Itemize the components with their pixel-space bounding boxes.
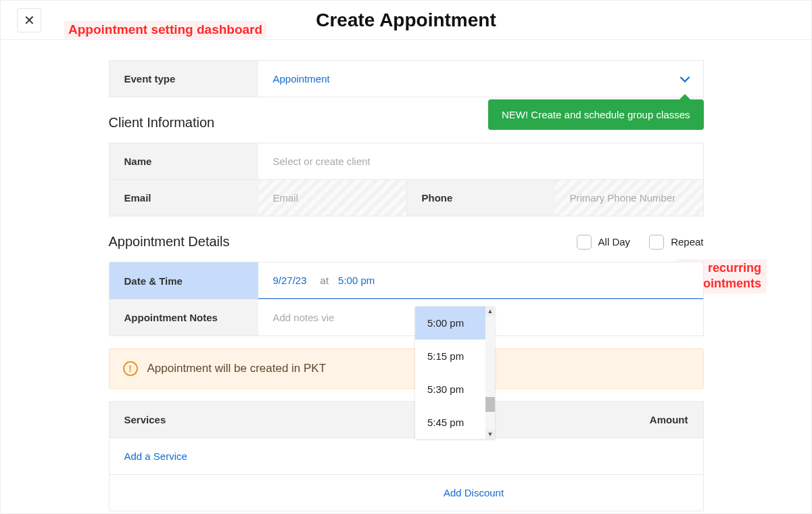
client-contact-row: Email Email Phone Primary Phone Number	[109, 180, 704, 216]
client-email-input[interactable]: Email	[258, 180, 406, 216]
appt-options: All Day Repeat	[577, 235, 704, 250]
client-email-placeholder: Email	[273, 192, 299, 204]
time-option[interactable]: 5:30 pm	[415, 373, 495, 406]
notes-row: Appointment Notes Add notes vie ly (opti…	[109, 300, 704, 336]
services-col-label: Services	[110, 402, 407, 438]
services-header-row: Services uration Amount	[109, 401, 704, 438]
datetime-row: Date & Time 9/27/23 at 5:00 pm	[109, 262, 704, 300]
client-name-row: Name Select or create client	[109, 143, 704, 180]
scrollbar-track[interactable]	[485, 316, 495, 429]
notes-placeholder-left: Add notes vie	[273, 312, 335, 323]
add-discount-link[interactable]: Add Discount	[444, 487, 504, 498]
add-discount-row: Add Discount	[109, 475, 704, 511]
time-input[interactable]: 5:00 pm	[338, 275, 375, 286]
warning-text: Appointment will be created in PKT	[147, 362, 327, 375]
client-phone-input[interactable]: Primary Phone Number	[555, 180, 703, 216]
time-option[interactable]: 5:15 pm	[415, 340, 495, 373]
event-type-select[interactable]: Appointment	[258, 61, 703, 97]
timezone-warning: ! Appointment will be created in PKT	[109, 348, 704, 389]
client-info-heading: Client Information	[109, 115, 215, 131]
event-type-row: Event type Appointment	[109, 60, 704, 97]
time-dropdown[interactable]: ▲ ▼ 5:00 pm 5:15 pm 5:30 pm 5:45 pm	[415, 306, 495, 439]
repeat-label: Repeat	[671, 236, 703, 248]
datetime-label: Date & Time	[110, 262, 258, 299]
client-name-placeholder: Select or create client	[273, 156, 371, 167]
appt-details-heading: Appointment Details	[109, 234, 230, 250]
notes-label: Appointment Notes	[110, 300, 258, 335]
scroll-down-icon[interactable]: ▼	[485, 429, 495, 439]
amount-col-label: Amount	[595, 402, 703, 438]
close-button[interactable]: ✕	[17, 8, 41, 32]
all-day-label: All Day	[598, 236, 631, 248]
repeat-checkbox[interactable]	[649, 235, 664, 250]
annotation-dashboard: Appointment setting dashboard	[64, 21, 266, 39]
client-email-label: Email	[110, 180, 258, 216]
event-type-label: Event type	[110, 61, 258, 97]
client-phone-placeholder: Primary Phone Number	[570, 192, 676, 204]
close-icon: ✕	[24, 12, 35, 28]
event-type-value: Appointment	[273, 73, 330, 85]
datetime-value-cell: 9/27/23 at 5:00 pm	[258, 262, 703, 299]
chevron-down-icon[interactable]	[680, 73, 690, 85]
at-text: at	[320, 275, 329, 286]
add-service-button[interactable]: Add a Service	[109, 438, 704, 475]
client-phone-label: Phone	[406, 180, 555, 216]
all-day-checkbox[interactable]	[577, 235, 592, 250]
page-title: Create Appointment	[316, 9, 496, 31]
group-classes-tooltip[interactable]: NEW! Create and schedule group classes	[488, 99, 703, 130]
scrollbar-thumb[interactable]	[485, 397, 495, 412]
scroll-up-icon[interactable]: ▲	[485, 306, 495, 316]
time-option[interactable]: 5:45 pm	[415, 406, 495, 439]
appt-details-header: Appointment Details All Day Repeat	[109, 234, 704, 250]
all-day-option: All Day	[577, 235, 631, 250]
form-content: Event type Appointment NEW! Create and s…	[109, 60, 704, 511]
repeat-option: Repeat	[649, 235, 703, 250]
time-option[interactable]: 5:00 pm	[415, 306, 495, 340]
client-name-input[interactable]: Select or create client	[258, 143, 703, 179]
date-input[interactable]: 9/27/23	[273, 275, 307, 286]
client-name-label: Name	[110, 143, 258, 179]
warning-icon: !	[123, 361, 138, 376]
